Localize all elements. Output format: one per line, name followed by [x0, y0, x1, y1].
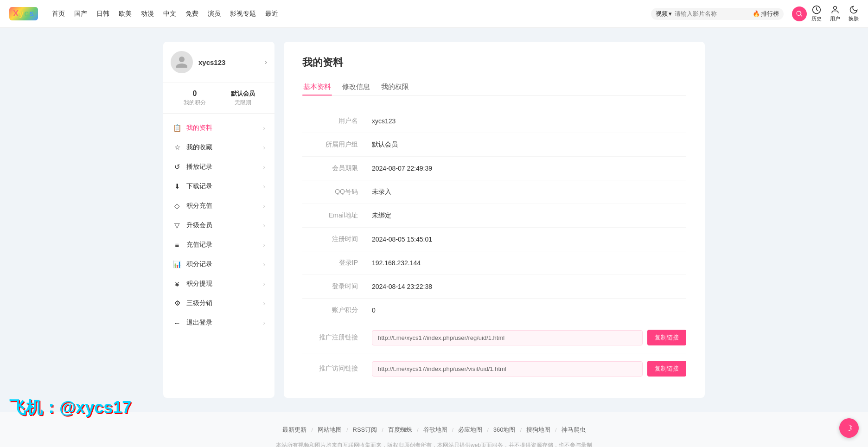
- sidebar-item-points-history[interactable]: 📊 积分记录 ›: [163, 255, 274, 274]
- sidebar-item-upgrade-vip[interactable]: ▽ 升级会员 ›: [163, 216, 274, 235]
- footer-link-1[interactable]: 网站地图: [318, 426, 342, 434]
- menu-icon-my-profile: 📋: [172, 124, 182, 132]
- nav-actors[interactable]: 演员: [208, 10, 221, 18]
- info-value-7: 2024-08-14 23:22:38: [372, 283, 686, 290]
- search-type-dropdown[interactable]: 视频 ▾: [656, 10, 672, 18]
- sidebar-item-play-history[interactable]: ↺ 播放记录 ›: [163, 157, 274, 177]
- footer-desc1: 本站所有视频和图片均来自互联网收集而来，版权归原创者所有，本网站只提供web页面…: [9, 441, 859, 447]
- link-input-row-10: 复制链接: [372, 361, 686, 377]
- footer-link-6[interactable]: 360地图: [493, 426, 516, 434]
- sidebar-item-my-profile[interactable]: 📋 我的资料 ›: [163, 118, 274, 138]
- info-row-0: 用户名 xycs123: [302, 109, 686, 133]
- points-stat: 0 我的积分: [171, 89, 219, 107]
- info-table: 用户名 xycs123 所属用户组 默认会员 会员期限 2024-08-07 2…: [302, 109, 686, 384]
- theme-action[interactable]: 换肤: [849, 5, 859, 22]
- menu-arrow-points-withdraw: ›: [263, 280, 265, 287]
- link-input-10[interactable]: [372, 361, 643, 377]
- search-submit-button[interactable]: [792, 6, 807, 21]
- info-value-1: 默认会员: [372, 140, 686, 149]
- footer-link-4[interactable]: 谷歌地图: [423, 426, 447, 434]
- menu-label-points-recharge: 积分充值: [186, 202, 263, 210]
- nav-domestic[interactable]: 国产: [74, 10, 87, 18]
- nav-featured[interactable]: 影视专题: [230, 10, 256, 18]
- menu-icon-recharge-history: ≡: [172, 241, 182, 249]
- menu-label-download-history: 下载记录: [186, 182, 263, 191]
- info-label-10: 推广访问链接: [302, 364, 358, 373]
- copy-button-10[interactable]: 复制链接: [647, 361, 686, 377]
- info-value-3: 未录入: [372, 188, 686, 196]
- ranking-button[interactable]: 🔥 排行榜: [753, 10, 779, 18]
- menu-label-logout: 退出登录: [186, 319, 263, 327]
- menu-arrow-points-recharge: ›: [263, 202, 265, 210]
- footer-link-3[interactable]: 百度蜘蛛: [388, 426, 412, 434]
- sidebar-item-recharge-history[interactable]: ≡ 充值记录 ›: [163, 235, 274, 255]
- info-row-9: 推广注册链接 复制链接: [302, 322, 686, 353]
- menu-label-points-withdraw: 积分提现: [186, 280, 263, 288]
- info-label-4: Email地址: [302, 211, 358, 220]
- tab-permissions[interactable]: 我的权限: [380, 79, 410, 95]
- dark-mode-toggle[interactable]: ☽: [839, 418, 859, 438]
- info-label-9: 推广注册链接: [302, 333, 358, 342]
- tab-basic-info[interactable]: 基本资料: [302, 79, 332, 95]
- info-row-7: 登录时间 2024-08-14 23:22:38: [302, 275, 686, 299]
- menu-icon-points-withdraw: ¥: [172, 280, 182, 288]
- sidebar-item-logout[interactable]: ← 退出登录 ›: [163, 313, 274, 332]
- logo-text: Xycs: [9, 7, 38, 20]
- footer-link-0[interactable]: 最新更新: [282, 426, 306, 434]
- footer-link-5[interactable]: 必应地图: [458, 426, 482, 434]
- avatar: [171, 51, 193, 73]
- info-row-8: 账户积分 0: [302, 299, 686, 322]
- info-row-2: 会员期限 2024-08-07 22:49:39: [302, 157, 686, 180]
- sidebar-item-points-withdraw[interactable]: ¥ 积分提现 ›: [163, 274, 274, 294]
- menu-label-upgrade-vip: 升级会员: [186, 221, 263, 230]
- history-action[interactable]: 历史: [811, 5, 822, 22]
- info-label-2: 会员期限: [302, 164, 358, 172]
- nav-japanese-korean[interactable]: 日韩: [96, 10, 109, 18]
- nav-chinese[interactable]: 中文: [163, 10, 176, 18]
- tab-edit-info[interactable]: 修改信息: [341, 79, 371, 95]
- footer-link-7[interactable]: 搜狗地图: [526, 426, 550, 434]
- info-value-8: 0: [372, 307, 686, 314]
- menu-arrow-my-profile: ›: [263, 124, 265, 132]
- search-input[interactable]: [675, 10, 749, 17]
- menu-icon-my-favorites: ☆: [172, 143, 182, 152]
- nav-european[interactable]: 欧美: [119, 10, 132, 18]
- info-row-4: Email地址 未绑定: [302, 204, 686, 228]
- tabs: 基本资料 修改信息 我的权限: [302, 79, 686, 96]
- info-row-3: QQ号码 未录入: [302, 180, 686, 204]
- menu-icon-points-history: 📊: [172, 260, 182, 268]
- sidebar-item-three-level-sales[interactable]: ⚙ 三级分销 ›: [163, 294, 274, 313]
- link-input-row-9: 复制链接: [372, 330, 686, 345]
- nav-recent[interactable]: 最近: [265, 10, 278, 18]
- copy-button-9[interactable]: 复制链接: [647, 330, 686, 345]
- sidebar-item-points-recharge[interactable]: ◇ 积分充值 ›: [163, 196, 274, 216]
- link-input-9[interactable]: [372, 330, 643, 345]
- sidebar-item-download-history[interactable]: ⬇ 下载记录 ›: [163, 177, 274, 196]
- search-area: 视频 ▾ 🔥 排行榜: [651, 8, 784, 20]
- sidebar-user[interactable]: xycs123 ›: [163, 42, 274, 83]
- info-label-6: 登录IP: [302, 259, 358, 267]
- user-action[interactable]: 用户: [830, 5, 840, 22]
- menu-arrow-upgrade-vip: ›: [263, 222, 265, 229]
- menu-label-points-history: 积分记录: [186, 260, 263, 268]
- menu-icon-points-recharge: ◇: [172, 202, 182, 210]
- sidebar-item-my-favorites[interactable]: ☆ 我的收藏 ›: [163, 138, 274, 157]
- info-row-10: 推广访问链接 复制链接: [302, 353, 686, 384]
- top-nav: Xycs 首页 国产 日韩 欧美 动漫 中文 免费 演员 影视专题 最近 视频 …: [0, 0, 868, 28]
- menu-icon-play-history: ↺: [172, 163, 182, 171]
- nav-free[interactable]: 免费: [185, 10, 198, 18]
- nav-anime[interactable]: 动漫: [141, 10, 154, 18]
- nav-home[interactable]: 首页: [52, 10, 65, 18]
- menu-label-three-level-sales: 三级分销: [186, 299, 263, 307]
- logo[interactable]: Xycs: [9, 7, 38, 20]
- sidebar-user-chevron: ›: [265, 58, 267, 66]
- info-label-7: 登录时间: [302, 282, 358, 291]
- menu-arrow-download-history: ›: [263, 183, 265, 190]
- sidebar-username: xycs123: [198, 58, 265, 66]
- footer-link-8[interactable]: 神马爬虫: [562, 426, 586, 434]
- footer-link-2[interactable]: RSS订阅: [353, 426, 377, 434]
- menu-icon-logout: ←: [172, 319, 182, 327]
- menu-arrow-recharge-history: ›: [263, 241, 265, 249]
- footer-links: 最新更新/网站地图/RSS订阅/百度蜘蛛/谷歌地图/必应地图/360地图/搜狗地…: [9, 426, 859, 434]
- footer-sep-7: /: [555, 427, 557, 434]
